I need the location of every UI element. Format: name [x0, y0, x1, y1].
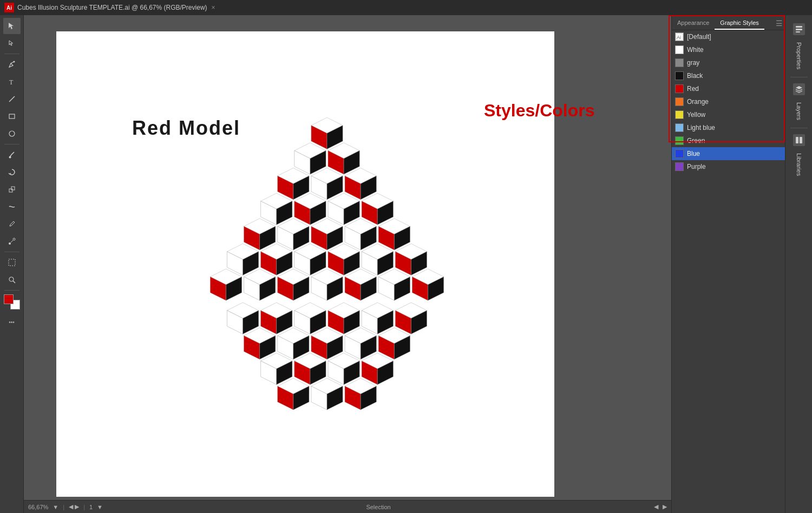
artboard-tool[interactable] [3, 254, 21, 271]
ellipse-tool[interactable] [3, 126, 21, 142]
tool-name: Selection [366, 504, 390, 510]
svg-text:Ai: Ai [677, 35, 681, 40]
rotate-tool[interactable] [3, 164, 21, 180]
svg-line-10 [11, 240, 13, 242]
close-tab-button[interactable]: × [212, 4, 215, 11]
color-swatch-area [4, 294, 20, 310]
zoom-dropdown[interactable]: ▼ [53, 504, 58, 510]
layers-icon[interactable] [793, 83, 805, 95]
far-right-panel: Properties Layers Libraries [785, 15, 812, 513]
direct-selection-tool[interactable] [3, 35, 21, 51]
style-item-yellow[interactable]: Yellow [672, 108, 785, 121]
style-color-swatch-blue [675, 149, 684, 158]
fg-bg-swatches[interactable] [4, 294, 20, 310]
libraries-label[interactable]: Libraries [796, 150, 802, 179]
properties-icon[interactable] [793, 23, 805, 35]
scale-tool[interactable] [3, 181, 21, 198]
svg-rect-11 [9, 259, 15, 266]
properties-label[interactable]: Properties [796, 39, 802, 73]
svg-point-0 [13, 61, 15, 63]
title-bar: Ai Cubes Illusion Sculpture TEMPLATE.ai … [0, 0, 812, 15]
svg-point-8 [9, 242, 11, 245]
style-color-swatch-gray [675, 58, 684, 67]
svg-point-4 [9, 131, 15, 136]
zoom-tool[interactable] [3, 272, 21, 288]
style-label-red: Red [687, 85, 699, 93]
left-toolbar: T [0, 15, 24, 513]
artboard-number: 1 [89, 504, 93, 510]
more-tools[interactable]: ••• [3, 314, 21, 330]
style-label-white: White [687, 46, 704, 54]
svg-point-9 [13, 238, 15, 240]
svg-line-2 [9, 96, 15, 102]
pen-tool[interactable] [3, 56, 21, 73]
toolbar-separator-4 [4, 290, 19, 291]
style-color-swatch-red [675, 84, 684, 93]
svg-rect-154 [796, 26, 802, 28]
svg-rect-3 [9, 114, 15, 119]
style-label-blue: Blue [687, 150, 700, 157]
libraries-icon[interactable] [793, 134, 805, 146]
tab-graphic-styles[interactable]: Graphic Styles [715, 17, 764, 30]
style-item-gray[interactable]: gray [672, 56, 785, 69]
style-item-orange[interactable]: Orange [672, 95, 785, 108]
foreground-color-swatch[interactable] [4, 294, 14, 304]
style-item-blue[interactable]: Blue [672, 147, 785, 160]
toolbar-separator-3 [4, 252, 19, 252]
style-label-gray: gray [687, 59, 699, 67]
style-color-swatch-green [675, 136, 684, 145]
warp-tool[interactable] [3, 199, 21, 215]
line-tool[interactable] [3, 91, 21, 107]
zoom-level: 66,67% [28, 504, 48, 510]
rectangle-tool[interactable] [3, 108, 21, 124]
right-panels: Appearance Graphic Styles ☰ Ai [Default]… [671, 15, 785, 513]
panel-divider-2 [790, 128, 808, 128]
cube-illustration [186, 102, 468, 470]
style-color-swatch-purple [675, 162, 684, 171]
style-item-purple[interactable]: Purple [672, 160, 785, 173]
canvas-area: Red Model Styles/Colors 66,67% ▼ | ◀ ▶ |… [24, 15, 671, 513]
blend-tool[interactable] [3, 233, 21, 249]
style-label-lightblue: Light blue [687, 124, 715, 131]
type-tool[interactable]: T [3, 74, 21, 90]
style-color-swatch-white [675, 45, 684, 54]
style-item-lightblue[interactable]: Light blue [672, 121, 785, 134]
svg-rect-7 [11, 187, 15, 190]
selection-tool[interactable] [3, 18, 21, 34]
svg-point-12 [9, 277, 14, 281]
tab-appearance[interactable]: Appearance [672, 17, 715, 30]
panel-menu-icon[interactable]: ☰ [776, 19, 783, 30]
svg-rect-156 [796, 31, 800, 32]
style-item-default[interactable]: Ai [Default] [672, 30, 785, 43]
toolbar-separator-2 [4, 144, 19, 144]
style-color-swatch-orange [675, 97, 684, 106]
style-item-black[interactable]: Black [672, 69, 785, 82]
toolbar-separator-1 [4, 54, 19, 54]
style-label-yellow: Yellow [687, 111, 705, 119]
style-item-white[interactable]: White [672, 43, 785, 56]
document-title: Cubes Illusion Sculpture TEMPLATE.ai @ 6… [17, 4, 207, 11]
artboard: Red Model Styles/Colors [56, 31, 554, 497]
eyedropper-tool[interactable] [3, 216, 21, 232]
svg-text:T: T [9, 78, 14, 86]
layers-label[interactable]: Layers [796, 99, 802, 123]
style-item-red[interactable]: Red [672, 82, 785, 95]
status-bar: 66,67% ▼ | ◀ ▶ | 1 ▼ Selection ◀ ▶ [24, 500, 671, 513]
nav-prev[interactable]: ◀ [654, 503, 658, 510]
svg-line-13 [13, 281, 15, 283]
nav-next[interactable]: ▶ [663, 503, 667, 510]
graphic-styles-panel: Ai [Default]WhitegrayBlackRedOrangeYello… [672, 30, 785, 513]
style-item-green[interactable]: Green [672, 134, 785, 147]
style-label-purple: Purple [687, 163, 706, 170]
style-color-swatch-black [675, 71, 684, 80]
default-style-icon: Ai [675, 32, 684, 41]
style-label-green: Green [687, 137, 705, 144]
styles-colors-label: Styles/Colors [484, 101, 595, 121]
brush-tool[interactable] [3, 147, 21, 163]
svg-rect-6 [9, 189, 12, 192]
svg-rect-158 [800, 137, 802, 143]
app-icon: Ai [4, 3, 14, 12]
svg-rect-155 [796, 29, 802, 30]
panel-divider [790, 77, 808, 77]
style-color-swatch-lightblue [675, 123, 684, 132]
